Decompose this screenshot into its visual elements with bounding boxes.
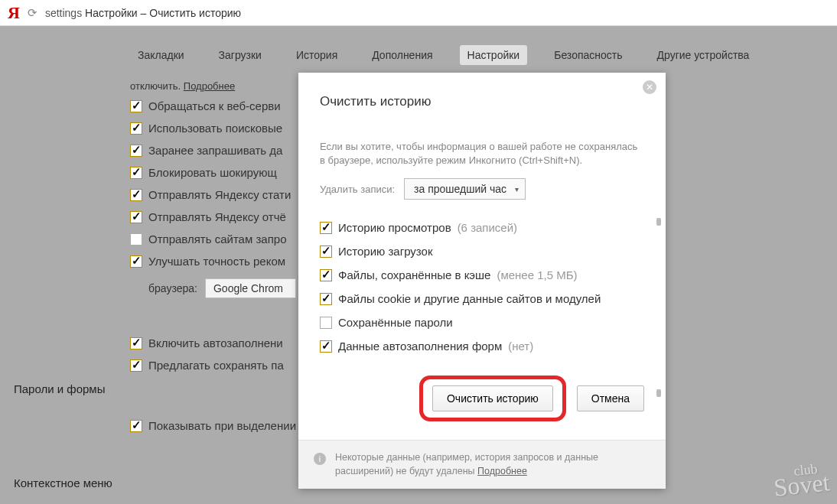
info-icon: i [314, 453, 326, 465]
section-context: Контекстное меню [14, 476, 112, 489]
browser-select[interactable]: Google Chrom [205, 278, 296, 298]
note-prefix: отключить. [130, 80, 181, 92]
checkbox-icon[interactable] [130, 359, 142, 372]
note-link[interactable]: Подробнее [184, 80, 235, 92]
clear-history-button[interactable]: Очистить историю [432, 385, 553, 411]
range-value: за прошедший час [414, 183, 506, 195]
option-label: Включить автозаполнени [148, 337, 283, 350]
cancel-button[interactable]: Отмена [577, 385, 644, 411]
checkbox-icon[interactable] [130, 145, 142, 157]
checkbox-icon[interactable] [320, 269, 332, 281]
tab-загрузки[interactable]: Загрузки [211, 45, 269, 65]
dialog-footer: i Некоторые данные (например, история за… [298, 440, 666, 489]
checkbox-icon[interactable] [130, 211, 142, 223]
clear-item[interactable]: Сохранённые пароли [320, 316, 644, 329]
clear-item[interactable]: Историю загрузок [320, 245, 644, 258]
option-label: Предлагать сохранять па [148, 359, 284, 372]
item-label: Файлы cookie и другие данные сайтов и мо… [338, 292, 601, 305]
footer-link[interactable]: Подробнее [477, 466, 527, 476]
option-label: Отправлять сайтам запро [148, 232, 286, 245]
dialog-actions: Очистить историю Отмена [298, 360, 666, 440]
checkbox-icon[interactable] [130, 233, 142, 245]
item-suffix: (менее 1,5 МБ) [497, 268, 577, 281]
checkbox-icon[interactable] [130, 189, 142, 201]
clear-item[interactable]: Историю просмотров (6 записей) [320, 221, 644, 234]
range-label: Удалить записи: [320, 184, 395, 195]
address-bar: Я ⟳ settings Настройки – Очистить истори… [0, 0, 837, 26]
item-label: Данные автозаполнения форм [338, 340, 502, 353]
option-label: Улучшать точность реком [148, 255, 285, 268]
browser-label: браузера: [148, 282, 197, 294]
footer-text: Некоторые данные (например, история запр… [335, 452, 598, 476]
scroll-up-icon[interactable] [656, 218, 661, 226]
reload-icon[interactable]: ⟳ [28, 6, 37, 20]
yandex-logo: Я [8, 3, 20, 23]
checkbox-icon[interactable] [130, 122, 142, 135]
clear-item[interactable]: Данные автозаполнения форм (нет) [320, 340, 644, 353]
tab-настройки[interactable]: Настройки [460, 45, 528, 65]
highlight-annotation: Очистить историю [419, 376, 566, 421]
time-range-row: Удалить записи: за прошедший час ▾ [320, 178, 644, 200]
checkbox-icon[interactable] [130, 167, 142, 179]
item-suffix: (6 записей) [458, 221, 517, 234]
checkbox-icon[interactable] [320, 222, 332, 234]
close-icon[interactable]: ✕ [643, 80, 656, 94]
address-text[interactable]: settings Настройки – Очистить историю [45, 7, 241, 19]
tab-безопасность[interactable]: Безопасность [546, 45, 630, 65]
checkbox-icon[interactable] [320, 293, 332, 305]
address-keyword: settings [45, 7, 82, 19]
settings-tabs: ЗакладкиЗагрузкиИсторияДополненияНастрой… [130, 45, 791, 65]
clear-item[interactable]: Файлы, сохранённые в кэше (менее 1,5 МБ) [320, 268, 644, 281]
option-label: Блокировать шокирующ [148, 166, 277, 179]
checkbox-icon[interactable] [320, 317, 332, 329]
checkbox-icon[interactable] [130, 100, 142, 112]
item-label: Историю загрузок [338, 245, 432, 258]
clear-item[interactable]: Файлы cookie и другие данные сайтов и мо… [320, 292, 644, 305]
tab-другие устройства[interactable]: Другие устройства [650, 45, 757, 65]
option-label: Отправлять Яндексу отчё [148, 210, 286, 223]
item-label: Файлы, сохранённые в кэше [338, 268, 490, 281]
dialog-check-list: Историю просмотров (6 записей)Историю за… [320, 221, 644, 353]
checkbox-icon[interactable] [130, 255, 142, 268]
item-suffix: (нет) [508, 340, 533, 353]
address-title: Настройки – Очистить историю [85, 7, 241, 19]
checkbox-icon[interactable] [320, 245, 332, 258]
checkbox-icon[interactable] [320, 340, 332, 353]
tab-дополнения[interactable]: Дополнения [364, 45, 440, 65]
scroll-down-icon[interactable] [656, 389, 661, 397]
dialog-scrollbar[interactable] [655, 218, 663, 397]
tab-закладки[interactable]: Закладки [130, 45, 192, 65]
item-label: Сохранённые пароли [338, 316, 453, 329]
option-label: Использовать поисковые [148, 122, 282, 135]
section-passwords: Пароли и формы [14, 382, 105, 395]
chevron-down-icon: ▾ [515, 185, 519, 193]
dialog-title: Очистить историю [320, 94, 644, 109]
checkbox-icon[interactable] [130, 337, 142, 350]
option-label: Отправлять Яндексу стати [148, 188, 291, 201]
option-label: Заранее запрашивать да [148, 144, 282, 157]
tab-история[interactable]: История [288, 45, 345, 65]
option-label: Обращаться к веб-серви [148, 99, 281, 112]
range-select[interactable]: за прошедший час ▾ [404, 178, 526, 200]
checkbox-icon[interactable] [130, 420, 142, 432]
item-label: Историю просмотров [338, 221, 451, 234]
dialog-note: Если вы хотите, чтобы информация о вашей… [320, 140, 644, 167]
clear-history-dialog: ✕ Очистить историю Если вы хотите, чтобы… [298, 73, 666, 489]
